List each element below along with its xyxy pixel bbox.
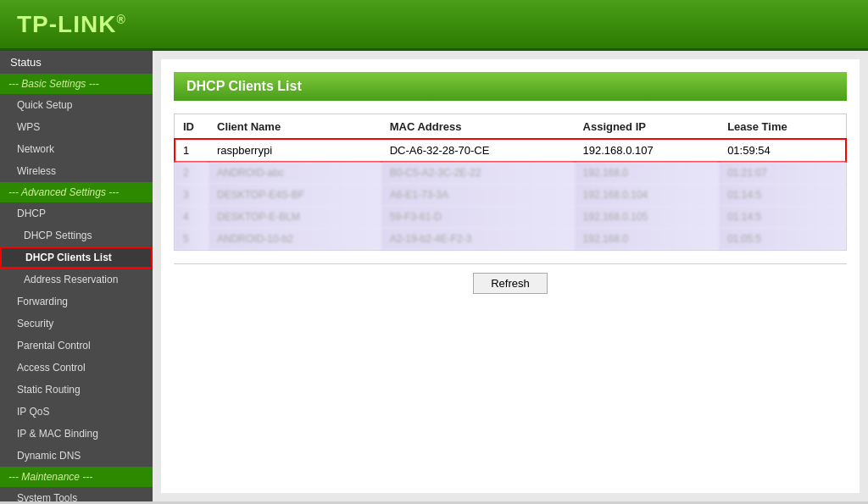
sidebar-item-wps[interactable]: WPS: [0, 116, 153, 138]
cell-lease-time: 01:05:5: [719, 228, 846, 250]
dhcp-clients-table-wrapper: ID Client Name MAC Address Assigned IP L…: [174, 114, 847, 251]
sidebar-item-parental-control[interactable]: Parental Control: [0, 335, 153, 357]
cell-assigned-ip: 192.168.0.105: [575, 206, 720, 228]
refresh-area: Refresh: [174, 263, 847, 302]
cell-client-name: DESKTOP-E4S-BF: [209, 184, 381, 206]
sidebar-item-status[interactable]: Status: [0, 51, 153, 74]
table-row: 4DESKTOP-E-BLM59-F3-61-D192.168.0.10501:…: [175, 206, 846, 228]
cell-lease-time: 01:14:5: [719, 184, 846, 206]
content-area: DHCP Clients List ID Client Name MAC Add…: [153, 51, 868, 501]
sidebar-item-address-reservation[interactable]: Address Reservation: [0, 269, 153, 291]
cell-client-name: ANDROID-abc: [209, 162, 381, 184]
header: TP-LINK®: [0, 0, 868, 51]
logo-text: TP-LINK: [17, 11, 116, 37]
logo-symbol: ®: [116, 12, 125, 25]
sidebar: Status --- Basic Settings --- Quick Setu…: [0, 51, 153, 501]
cell-client-name: DESKTOP-E-BLM: [209, 206, 381, 228]
cell-mac-address: A6-E1-73-3A: [381, 184, 575, 206]
sidebar-item-dhcp-settings[interactable]: DHCP Settings: [0, 224, 153, 246]
col-assigned-ip: Assigned IP: [575, 114, 720, 139]
sidebar-item-access-control[interactable]: Access Control: [0, 357, 153, 379]
sidebar-item-dhcp[interactable]: DHCP: [0, 202, 153, 224]
sidebar-item-security[interactable]: Security: [0, 313, 153, 335]
cell-id: 4: [175, 206, 209, 228]
table-row: 2ANDROID-abcB0-C5-A2-3C-2E-22192.168.001…: [175, 162, 846, 184]
cell-client-name: ANDROID-10-b2: [209, 228, 381, 250]
table-header: ID Client Name MAC Address Assigned IP L…: [175, 114, 846, 139]
sidebar-item-ip-mac-binding[interactable]: IP & MAC Binding: [0, 423, 153, 445]
logo: TP-LINK®: [17, 11, 126, 38]
cell-mac-address: A2-19-b2-4E-F2-3: [381, 228, 575, 250]
sidebar-item-system-tools[interactable]: System Tools: [0, 487, 153, 501]
cell-mac-address: B0-C5-A2-3C-2E-22: [381, 162, 575, 184]
content-inner: DHCP Clients List ID Client Name MAC Add…: [161, 59, 860, 493]
section-advanced-settings: --- Advanced Settings ---: [0, 182, 153, 202]
sidebar-item-static-routing[interactable]: Static Routing: [0, 379, 153, 401]
table-row: 1raspberrypiDC-A6-32-28-70-CE192.168.0.1…: [175, 139, 846, 162]
col-client-name: Client Name: [209, 114, 381, 139]
cell-id: 3: [175, 184, 209, 206]
sidebar-item-forwarding[interactable]: Forwarding: [0, 291, 153, 313]
cell-mac-address: DC-A6-32-28-70-CE: [381, 139, 575, 162]
cell-id: 5: [175, 228, 209, 250]
page-title-bar: DHCP Clients List: [174, 72, 847, 101]
cell-id: 1: [175, 139, 209, 162]
sidebar-item-wireless[interactable]: Wireless: [0, 160, 153, 182]
cell-id: 2: [175, 162, 209, 184]
sidebar-item-quick-setup[interactable]: Quick Setup: [0, 94, 153, 116]
sidebar-item-dynamic-dns[interactable]: Dynamic DNS: [0, 445, 153, 467]
col-mac-address: MAC Address: [381, 114, 575, 139]
cell-assigned-ip: 192.168.0.107: [575, 139, 720, 162]
cell-client-name: raspberrypi: [209, 139, 381, 162]
cell-lease-time: 01:21:07: [719, 162, 846, 184]
col-id: ID: [175, 114, 209, 139]
table-row: 3DESKTOP-E4S-BFA6-E1-73-3A192.168.0.1040…: [175, 184, 846, 206]
refresh-button[interactable]: Refresh: [473, 273, 548, 294]
cell-lease-time: 01:59:54: [719, 139, 846, 162]
table-row: 5ANDROID-10-b2A2-19-b2-4E-F2-3192.168.00…: [175, 228, 846, 250]
dhcp-clients-table: ID Client Name MAC Address Assigned IP L…: [175, 114, 846, 250]
cell-assigned-ip: 192.168.0.104: [575, 184, 720, 206]
cell-assigned-ip: 192.168.0: [575, 162, 720, 184]
main-layout: Status --- Basic Settings --- Quick Setu…: [0, 51, 868, 501]
table-header-row: ID Client Name MAC Address Assigned IP L…: [175, 114, 846, 139]
section-basic-settings: --- Basic Settings ---: [0, 74, 153, 94]
col-lease-time: Lease Time: [719, 114, 846, 139]
cell-mac-address: 59-F3-61-D: [381, 206, 575, 228]
sidebar-item-dhcp-clients-list[interactable]: DHCP Clients List: [0, 246, 153, 269]
table-body: 1raspberrypiDC-A6-32-28-70-CE192.168.0.1…: [175, 139, 846, 250]
sidebar-item-ip-qos[interactable]: IP QoS: [0, 401, 153, 423]
page-title: DHCP Clients List: [186, 79, 834, 94]
cell-lease-time: 01:14:5: [719, 206, 846, 228]
sidebar-item-network[interactable]: Network: [0, 138, 153, 160]
section-maintenance: --- Maintenance ---: [0, 467, 153, 487]
cell-assigned-ip: 192.168.0: [575, 228, 720, 250]
